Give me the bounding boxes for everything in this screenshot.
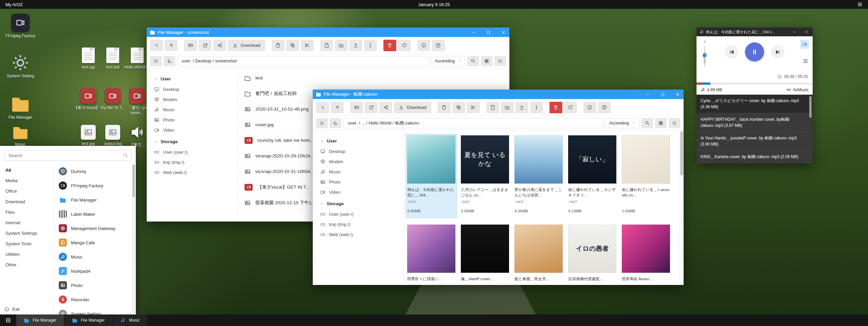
maximize-button[interactable] <box>482 27 494 37</box>
search-input[interactable] <box>4 150 132 161</box>
previous-button[interactable] <box>725 45 738 59</box>
new-folder-button[interactable] <box>335 40 348 51</box>
category-system-settings[interactable]: System Settings <box>0 228 54 238</box>
view-menu-button[interactable] <box>150 56 162 66</box>
close-button[interactable] <box>497 27 509 37</box>
scrollbar-thumb[interactable] <box>680 131 683 175</box>
share-button[interactable] <box>213 40 226 51</box>
grid-item[interactable]: 例えば、今此処に置かれた花に＿164... .mp3 4.99MB <box>405 134 457 218</box>
sidebar-section-storage[interactable]: Storage <box>320 201 403 206</box>
list-view-button[interactable] <box>669 118 680 128</box>
upload-button[interactable] <box>349 40 362 51</box>
topbar-menu-button[interactable] <box>857 2 863 7</box>
open-external-button[interactable] <box>365 102 378 113</box>
grid-item[interactable]: イロの愚者 忘却感傷代償連盟... <box>566 223 618 285</box>
category-office[interactable]: Office <box>0 186 54 196</box>
sidebar-item-models[interactable]: Models <box>320 156 403 167</box>
grid-item[interactable]: 魂＿HamP cover... <box>459 223 511 285</box>
minimize-button[interactable] <box>790 27 799 36</box>
cast-button[interactable] <box>800 40 809 49</box>
app-item-label-maker[interactable]: Label Maker <box>54 207 136 221</box>
rename-button[interactable] <box>530 102 543 113</box>
info-button[interactable] <box>583 102 596 113</box>
category-internet[interactable]: Internet <box>0 217 54 228</box>
file-row[interactable]: test <box>238 70 509 86</box>
category-utilities[interactable]: Utilities <box>0 249 54 260</box>
open-button[interactable] <box>350 102 363 113</box>
help-button[interactable] <box>432 40 445 51</box>
category-system-tools[interactable]: System Tools <box>0 238 54 249</box>
app-item-system-setting[interactable]: System Setting <box>54 307 136 314</box>
app-item-photo[interactable]: Photo <box>54 278 136 292</box>
sidebar-item-web-drive[interactable]: Web (web:/) <box>154 167 237 177</box>
rename-button[interactable] <box>364 40 377 51</box>
app-item-file-manager[interactable]: File Manager <box>54 193 136 207</box>
taskbar-item-file-manager-1[interactable]: File Manager <box>16 314 64 326</box>
window-titlebar[interactable]: File Manager - screenshot <box>147 27 509 37</box>
sidebar-item-desktop[interactable]: Desktop <box>154 84 237 94</box>
app-item-ffmpeg-factory[interactable]: FFmpeg Factory <box>54 178 136 193</box>
grid-item[interactable]: 藍と薔薇＿青女月... <box>513 223 564 285</box>
playlist-item[interactable]: HAPPY BIRTHDAY＿back number cover. by柘榴-z… <box>697 113 813 132</box>
open-button[interactable] <box>184 40 197 51</box>
delete-button[interactable] <box>549 102 562 113</box>
delete-button[interactable] <box>383 40 396 51</box>
desktop-icon-music[interactable]: Music <box>3 123 38 147</box>
grid-item[interactable]: 命に嫌われている＿+ acoustic co... 1.69MB <box>620 134 672 218</box>
sidebar-item-music[interactable]: Music <box>154 104 237 115</box>
help-button[interactable] <box>598 102 611 113</box>
sidebar-item-desktop[interactable]: Desktop <box>320 146 403 156</box>
cut-button[interactable] <box>301 40 314 51</box>
paste-button[interactable] <box>272 40 285 51</box>
category-files[interactable]: Files <box>0 207 54 217</box>
sidebar-item-tmp-drive[interactable]: tmp (tmp:/) <box>320 219 403 229</box>
playlist-item[interactable]: KING＿Kanaria cover. by 柘榴-zakuro-.mp3 (2… <box>697 151 813 163</box>
close-button[interactable] <box>802 27 811 36</box>
minimize-button[interactable] <box>467 27 480 37</box>
sidebar-item-models[interactable]: Models <box>154 94 237 104</box>
info-button[interactable] <box>417 40 430 51</box>
search-button[interactable] <box>641 118 653 128</box>
refresh-button[interactable] <box>398 40 411 51</box>
sidebar-item-user-drive[interactable]: User (user:/) <box>154 147 237 157</box>
up-button[interactable] <box>165 40 178 51</box>
desktop-icon-system-setting[interactable]: System Setting <box>3 54 38 79</box>
sidebar-item-music[interactable]: Music <box>320 167 403 177</box>
copy-button[interactable] <box>286 40 299 51</box>
exit-button[interactable]: Exit <box>4 306 20 312</box>
category-download[interactable]: Download <box>0 196 54 207</box>
up-button[interactable] <box>331 102 344 113</box>
seek-bar[interactable] <box>697 82 813 85</box>
dark-mode-button[interactable] <box>330 118 341 128</box>
grid-item[interactable]: 世界寿命 Avaso... <box>620 223 672 285</box>
view-menu-button[interactable] <box>316 118 328 128</box>
sidebar-item-video[interactable]: Video <box>320 187 403 197</box>
category-media[interactable]: Media <box>0 175 54 186</box>
sort-dropdown[interactable]: Ascending <box>605 118 639 128</box>
breadcrumb[interactable]: user: / Desktop / screenshot <box>177 56 429 66</box>
upload-button[interactable] <box>516 102 528 113</box>
category-all[interactable]: All <box>0 165 54 175</box>
app-item-management-gateway[interactable]: Management Gateway <box>54 221 136 235</box>
desktop-icon-ffmpeg-factory[interactable]: FFmpeg Factory <box>3 14 38 39</box>
cut-button[interactable] <box>467 102 480 113</box>
playlist-item[interactable]: Cynic＿ポリスピカデリー cover. by 柘榴-zakuro-.mp3 … <box>697 95 813 113</box>
sidebar-item-tmp-drive[interactable]: tmp (tmp:/) <box>154 157 237 167</box>
new-file-button[interactable] <box>320 40 333 51</box>
app-item-recorder[interactable]: Recorder <box>54 292 136 307</box>
grid-view-button[interactable] <box>655 118 667 128</box>
grid-item[interactable]: 「寂しい」 命に嫌われている＿カンザキイオリ... .mp3 4.19MB <box>566 134 618 218</box>
scrollbar-thumb[interactable] <box>132 165 135 197</box>
sort-dropdown[interactable]: Ascending <box>431 56 465 66</box>
new-folder-button[interactable] <box>501 102 514 113</box>
grid-item[interactable]: 四季折々に揺蕩い... <box>405 223 457 285</box>
scrollbar[interactable] <box>132 164 135 314</box>
sidebar-section-storage[interactable]: Storage <box>154 139 237 144</box>
grid-item[interactable]: 君が夜の海に還るまで＿こんにちは谷田... .mp3 4.35MB <box>513 134 564 218</box>
sidebar-section-user[interactable]: User <box>320 138 403 143</box>
sidebar-section-user[interactable]: User <box>154 76 237 81</box>
app-item-manga-cafe[interactable]: Manga Cafe <box>54 235 136 250</box>
playlist-scrollbar[interactable] <box>809 96 812 118</box>
search-button[interactable] <box>467 56 479 66</box>
app-item-music[interactable]: Music <box>54 250 136 264</box>
